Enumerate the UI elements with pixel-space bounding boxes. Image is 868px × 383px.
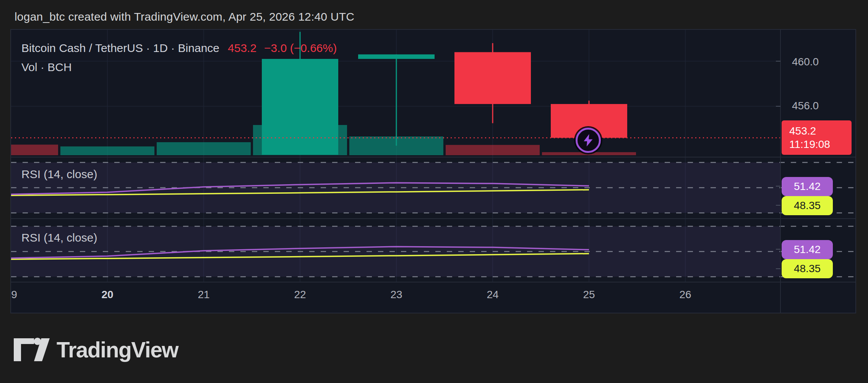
candle-body (262, 59, 338, 155)
time-axis-label: 9 (11, 288, 17, 301)
time-axis-label: 20 (101, 288, 113, 301)
time-axis-label: 21 (198, 288, 209, 301)
tradingview-wordmark: TradingView (57, 337, 178, 362)
lightning-bolt-icon[interactable] (576, 128, 601, 153)
last-price-badge-time: 11:19:08 (789, 139, 830, 150)
chart-card: Bitcoin Cash / TetherUS · 1D · Binance45… (11, 30, 855, 313)
volume-bar (60, 146, 154, 155)
rsi1-ma-badge: 48.35 (782, 196, 833, 215)
rsi2-value-badge: 51.42 (782, 240, 833, 259)
page-title: logan_btc created with TradingView.com, … (15, 10, 354, 23)
symbol-title[interactable]: Bitcoin Cash / TetherUS · 1D · Binance (21, 42, 219, 54)
volume-bar (157, 142, 251, 155)
candle-body (358, 54, 435, 59)
volume-bar (11, 144, 58, 155)
volume-bar (446, 145, 540, 155)
symbol-legend[interactable]: Bitcoin Cash / TetherUS · 1D · Binance45… (21, 42, 337, 55)
time-axis-label: 22 (294, 288, 306, 301)
rsi1-value-badge: 51.42 (782, 177, 833, 196)
time-axis-label: 26 (679, 288, 691, 301)
rsi2-ma-badge: 48.35 (782, 259, 833, 278)
candle-body (454, 52, 531, 104)
tradingview-logo-mark (14, 338, 50, 362)
rsi1-label[interactable]: RSI (14, close) (21, 168, 97, 181)
price-axis-label-460: 460.0 (792, 55, 819, 68)
chart-plot-canvas[interactable] (11, 30, 855, 313)
legend-change: −3.0 (−0.66%) (264, 42, 337, 54)
rsi2-label[interactable]: RSI (14, close) (21, 231, 97, 244)
time-axis-label: 25 (583, 288, 595, 301)
time-axis-label: 23 (390, 288, 402, 301)
volume-legend[interactable]: Vol · BCH (21, 61, 72, 74)
legend-last-price: 453.2 (228, 42, 256, 54)
last-price-badge-value: 453.2 (789, 125, 816, 137)
last-price-badge: 453.2 11:19:08 (782, 120, 852, 155)
lightning-bolt-glyph (581, 133, 595, 148)
time-axis-label: 24 (487, 288, 498, 301)
price-axis-label-456: 456.0 (792, 99, 819, 112)
tradingview-logo[interactable]: TradingView (14, 337, 178, 362)
